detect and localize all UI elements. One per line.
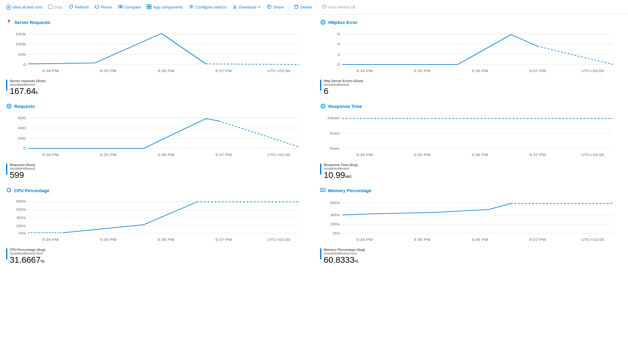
share-label: Share (273, 5, 284, 9)
legend-bar (6, 164, 7, 175)
svg-text:40%: 40% (16, 216, 26, 220)
charts-grid: 📍 Server Requests 150k 100k 50k 0 (6, 19, 622, 265)
http5xx-chart: 6 4 2 0 9:34 PM 9:35 PM 9:36 PM 9:37 PM … (320, 28, 622, 77)
legend-text: Server requests (Sum) ntnodebottleneck 1… (10, 79, 45, 96)
svg-text:40%: 40% (330, 213, 340, 217)
svg-text:20%: 20% (330, 222, 340, 226)
svg-rect-5 (149, 7, 151, 9)
compare-label: Compare (124, 5, 141, 9)
server-requests-title: 📍 Server Requests (6, 19, 308, 25)
stop-button[interactable]: Stop (46, 3, 65, 12)
cpu-value: 31.6667% (10, 255, 45, 265)
svg-text:9:37 PM: 9:37 PM (529, 69, 546, 73)
cpu-percentage-panel: CPU Percentage 80% 60% 40% 20% 0% (6, 187, 308, 265)
svg-text:9:34 PM: 9:34 PM (42, 69, 59, 73)
svg-text:0sec: 0sec (330, 147, 340, 150)
download-icon (232, 4, 237, 10)
configure-metrics-icon (189, 4, 194, 10)
svg-text:6: 6 (337, 32, 340, 36)
svg-text:0%: 0% (333, 231, 340, 235)
requests-value: 599 (10, 170, 35, 180)
svg-text:50k: 50k (18, 53, 26, 56)
response-time-panel: 🌐 Response Time 10sec 5sec 0sec 9:34 PM … (320, 103, 622, 180)
rerun-label: Rerun (101, 5, 112, 9)
svg-text:10sec: 10sec (327, 116, 340, 120)
memory-icon (320, 187, 326, 194)
response-time-title: 🌐 Response Time (320, 103, 622, 109)
download-button[interactable]: Download (230, 2, 263, 12)
svg-text:9:37 PM: 9:37 PM (529, 153, 546, 157)
app-components-icon (147, 4, 152, 10)
svg-text:4: 4 (337, 42, 340, 46)
svg-text:150k: 150k (16, 32, 26, 36)
http5xx-error-panel: 🌐 Http5xx Error 6 4 2 0 9:34 P (320, 19, 622, 96)
svg-text:80%: 80% (16, 199, 26, 203)
svg-text:9:37 PM: 9:37 PM (215, 153, 232, 157)
toolbar-divider (289, 4, 289, 11)
svg-text:0: 0 (23, 63, 26, 66)
configure-metrics-label: Configure metrics (195, 5, 226, 9)
svg-text:100k: 100k (16, 42, 26, 46)
delete-button[interactable]: Delete (291, 2, 314, 12)
svg-text:9:37 PM: 9:37 PM (215, 238, 232, 241)
svg-text:UTC+02:00: UTC+02:00 (267, 69, 290, 73)
cpu-legend: CPU Percentage (Avg) ntnodebottleneck-ho… (6, 248, 308, 265)
svg-text:UTC+02:00: UTC+02:00 (581, 153, 604, 157)
toolbar: View all test runs Stop Refresh Rerun Co… (0, 0, 628, 15)
cpu-title: CPU Percentage (6, 187, 308, 194)
svg-text:9:36 PM: 9:36 PM (158, 69, 174, 73)
auto-refresh-button[interactable]: Auto refresh off (319, 2, 358, 12)
svg-text:9:36 PM: 9:36 PM (472, 153, 488, 157)
legend-bar (320, 164, 321, 175)
legend-text: Http Server Errors (Sum) ntnodebottlenec… (324, 79, 363, 96)
compare-button[interactable]: Compare (116, 2, 143, 12)
http5xx-icon: 🌐 (320, 19, 326, 25)
server-requests-value: 167.64k (10, 86, 45, 96)
app-components-button[interactable]: App components (144, 2, 185, 12)
svg-text:UTC+02:00: UTC+02:00 (267, 238, 290, 241)
requests-legend: Requests (Sum) ntnodebottleneck 599 (6, 163, 308, 180)
http5xx-title: 🌐 Http5xx Error (320, 19, 622, 25)
share-button[interactable]: Share (264, 2, 286, 12)
auto-refresh-icon (322, 4, 327, 10)
svg-text:9:35 PM: 9:35 PM (414, 153, 430, 157)
stop-icon (48, 5, 53, 10)
response-time-chart: 10sec 5sec 0sec 9:34 PM 9:35 PM 9:36 PM … (320, 112, 622, 161)
refresh-button[interactable]: Refresh (66, 2, 91, 12)
legend-text: CPU Percentage (Avg) ntnodebottleneck-ho… (10, 248, 45, 265)
view-all-runs-button[interactable]: View all test runs (4, 3, 45, 12)
svg-text:9:36 PM: 9:36 PM (158, 238, 174, 241)
svg-text:9:36 PM: 9:36 PM (158, 153, 174, 157)
legend-text: Requests (Sum) ntnodebottleneck 599 (10, 163, 35, 180)
svg-text:9:34 PM: 9:34 PM (42, 238, 59, 241)
svg-text:9:34 PM: 9:34 PM (42, 153, 59, 157)
response-time-icon: 🌐 (320, 103, 326, 109)
svg-text:0%: 0% (19, 231, 26, 235)
svg-rect-2 (147, 5, 149, 6)
svg-text:9:36 PM: 9:36 PM (472, 69, 488, 73)
response-time-value: 10.99sec (324, 170, 358, 180)
configure-metrics-button[interactable]: Configure metrics (187, 2, 229, 12)
svg-text:20%: 20% (16, 224, 26, 228)
server-requests-panel: 📍 Server Requests 150k 100k 50k 0 (6, 19, 308, 96)
svg-text:9:36 PM: 9:36 PM (472, 238, 488, 241)
server-requests-legend: Server requests (Sum) ntnodebottleneck 1… (6, 79, 308, 96)
svg-text:60%: 60% (330, 201, 340, 205)
server-requests-chart: 150k 100k 50k 0 9:34 PM 9:35 PM 9:36 PM … (6, 28, 308, 77)
svg-text:9:34 PM: 9:34 PM (356, 153, 373, 157)
svg-rect-1 (49, 5, 52, 9)
rerun-button[interactable]: Rerun (92, 2, 114, 12)
svg-text:UTC+02:00: UTC+02:00 (267, 153, 290, 157)
requests-icon: 🌐 (6, 103, 12, 109)
cpu-chart: 80% 60% 40% 20% 0% 9:34 PM 9:35 PM 9:36 … (6, 197, 308, 245)
svg-text:2: 2 (337, 53, 340, 56)
svg-rect-60 (7, 189, 10, 192)
svg-rect-4 (147, 7, 149, 9)
compare-icon (118, 4, 123, 10)
rerun-icon (95, 4, 99, 10)
svg-text:9:34 PM: 9:34 PM (356, 69, 373, 73)
svg-text:0: 0 (23, 147, 26, 150)
memory-legend: Memory Percentage (Avg) ntnodebottleneck… (320, 248, 622, 265)
svg-rect-3 (149, 5, 151, 6)
svg-text:9:37 PM: 9:37 PM (215, 69, 232, 73)
